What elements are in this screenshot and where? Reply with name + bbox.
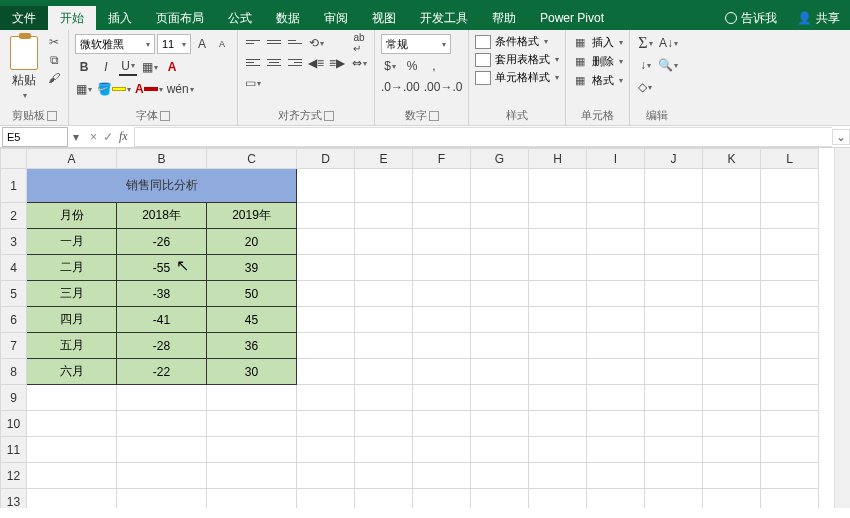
cell-G11[interactable] — [471, 437, 529, 463]
cell-J7[interactable] — [645, 333, 703, 359]
tab-home[interactable]: 开始 — [48, 6, 96, 30]
cell-A13[interactable] — [27, 489, 117, 509]
cell-F12[interactable] — [413, 463, 471, 489]
cell-J8[interactable] — [645, 359, 703, 385]
cell-E8[interactable] — [355, 359, 413, 385]
cancel-formula-icon[interactable]: × — [90, 130, 97, 144]
cell-B2[interactable]: 2018年 — [117, 203, 207, 229]
cell-I5[interactable] — [587, 281, 645, 307]
cell-J9[interactable] — [645, 385, 703, 411]
cell-G5[interactable] — [471, 281, 529, 307]
sort-filter-button[interactable]: A↓▾ — [658, 34, 678, 52]
cell-F6[interactable] — [413, 307, 471, 333]
wrap-text-button[interactable]: ab↵ — [350, 34, 368, 52]
autosum-button[interactable]: Σ▾ — [636, 34, 654, 52]
cell-L3[interactable] — [761, 229, 819, 255]
cell-C10[interactable] — [207, 411, 297, 437]
fx-icon[interactable]: fx — [119, 129, 134, 144]
align-bottom-button[interactable] — [286, 34, 304, 50]
cell-I7[interactable] — [587, 333, 645, 359]
col-header-F[interactable]: F — [413, 149, 471, 169]
decrease-font-icon[interactable]: A — [213, 35, 231, 53]
col-header-K[interactable]: K — [703, 149, 761, 169]
cell-H3[interactable] — [529, 229, 587, 255]
cell-K4[interactable] — [703, 255, 761, 281]
cell-G7[interactable] — [471, 333, 529, 359]
cell-I6[interactable] — [587, 307, 645, 333]
cell-F10[interactable] — [413, 411, 471, 437]
align-top-button[interactable] — [244, 34, 262, 50]
cell-K3[interactable] — [703, 229, 761, 255]
cell-C8[interactable]: 30 — [207, 359, 297, 385]
tab-review[interactable]: 审阅 — [312, 6, 360, 30]
tab-insert[interactable]: 插入 — [96, 6, 144, 30]
cell-K5[interactable] — [703, 281, 761, 307]
increase-font-icon[interactable]: A — [193, 35, 211, 53]
cell-J3[interactable] — [645, 229, 703, 255]
conditional-format-button[interactable]: 条件格式▾ — [475, 34, 559, 49]
share-button[interactable]: 👤共享 — [787, 6, 850, 30]
cell-G10[interactable] — [471, 411, 529, 437]
cell-I8[interactable] — [587, 359, 645, 385]
cell-L9[interactable] — [761, 385, 819, 411]
cell-F9[interactable] — [413, 385, 471, 411]
align-left-button[interactable] — [244, 54, 262, 70]
cut-icon[interactable]: ✂ — [46, 34, 62, 50]
cell-B3[interactable]: -26 — [117, 229, 207, 255]
row-header-8[interactable]: 8 — [1, 359, 27, 385]
cell-C4[interactable]: 39 — [207, 255, 297, 281]
fill-color-button[interactable]: 🪣▾ — [97, 80, 131, 98]
cell-H10[interactable] — [529, 411, 587, 437]
cell-H5[interactable] — [529, 281, 587, 307]
cell-K9[interactable] — [703, 385, 761, 411]
clear-button[interactable]: ◇▾ — [636, 78, 654, 96]
bold-button[interactable]: B — [75, 58, 93, 76]
cell-E9[interactable] — [355, 385, 413, 411]
cell-I13[interactable] — [587, 489, 645, 509]
row-header-12[interactable]: 12 — [1, 463, 27, 489]
cell-G9[interactable] — [471, 385, 529, 411]
enter-formula-icon[interactable]: ✓ — [103, 130, 113, 144]
cell-I2[interactable] — [587, 203, 645, 229]
cell-F13[interactable] — [413, 489, 471, 509]
cell-C12[interactable] — [207, 463, 297, 489]
cell-H4[interactable] — [529, 255, 587, 281]
tab-view[interactable]: 视图 — [360, 6, 408, 30]
font-name-select[interactable]: 微软雅黑▾ — [75, 34, 155, 54]
cell-D8[interactable] — [297, 359, 355, 385]
cell-H1[interactable] — [529, 169, 587, 203]
cell-K8[interactable] — [703, 359, 761, 385]
currency-button[interactable]: $▾ — [381, 57, 399, 75]
cell-J2[interactable] — [645, 203, 703, 229]
align-center-button[interactable] — [265, 54, 283, 70]
cell-E13[interactable] — [355, 489, 413, 509]
cell-L12[interactable] — [761, 463, 819, 489]
cell-L10[interactable] — [761, 411, 819, 437]
cell-A9[interactable] — [27, 385, 117, 411]
cell-I1[interactable] — [587, 169, 645, 203]
cell-E7[interactable] — [355, 333, 413, 359]
insert-cells-button[interactable]: ▦插入▾ — [572, 34, 623, 50]
cell-L2[interactable] — [761, 203, 819, 229]
cell-B7[interactable]: -28 — [117, 333, 207, 359]
cell-K10[interactable] — [703, 411, 761, 437]
indent-dec-button[interactable]: ◀≡ — [307, 54, 325, 72]
cell-B5[interactable]: -38 — [117, 281, 207, 307]
cell-A4[interactable]: 二月 — [27, 255, 117, 281]
cell-C11[interactable] — [207, 437, 297, 463]
cell-H8[interactable] — [529, 359, 587, 385]
cell-A6[interactable]: 四月 — [27, 307, 117, 333]
cell-B12[interactable] — [117, 463, 207, 489]
font-color-button[interactable]: A▾ — [135, 80, 163, 98]
cell-D3[interactable] — [297, 229, 355, 255]
tab-powerpivot[interactable]: Power Pivot — [528, 6, 616, 30]
underline-button[interactable]: U▾ — [119, 58, 137, 76]
cell-A3[interactable]: 一月 — [27, 229, 117, 255]
name-box[interactable]: E5 — [2, 127, 68, 147]
cell-K1[interactable] — [703, 169, 761, 203]
cell-A12[interactable] — [27, 463, 117, 489]
row-header-2[interactable]: 2 — [1, 203, 27, 229]
cell-J6[interactable] — [645, 307, 703, 333]
border-button-2[interactable]: ▦▾ — [75, 80, 93, 98]
cell-E10[interactable] — [355, 411, 413, 437]
